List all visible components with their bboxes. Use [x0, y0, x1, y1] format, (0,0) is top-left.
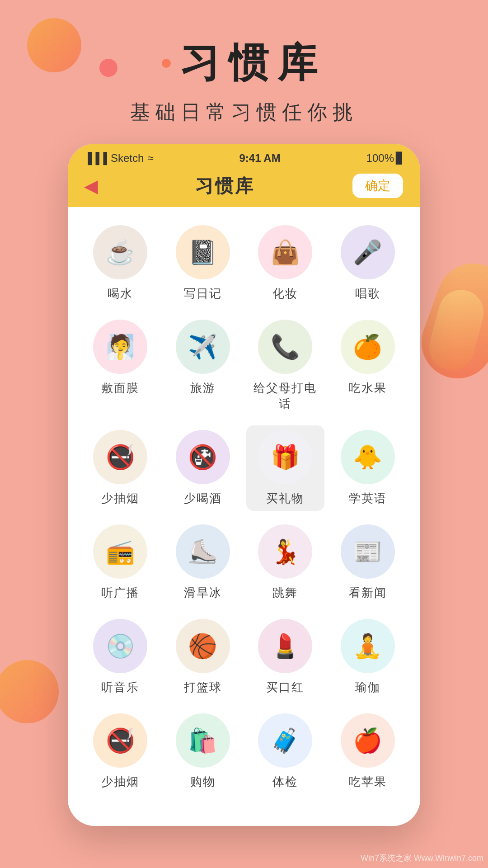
habit-icon-shopping: 🛍️	[176, 713, 230, 768]
habit-label-yoga: 瑜伽	[355, 679, 380, 695]
nav-title: 习惯库	[195, 174, 255, 198]
habit-label-shopping: 购物	[190, 774, 216, 790]
habit-label-learn-english: 学英语	[349, 491, 387, 506]
habit-label-no-smoke2: 少抽烟	[101, 774, 139, 790]
habit-icon-radio: 📻	[93, 524, 147, 579]
habit-icon-skate: ⛸️	[176, 524, 230, 579]
habit-label-diary: 写日记	[184, 286, 222, 302]
habit-label-sing: 唱歌	[355, 286, 380, 302]
habit-icon-learn-english: 🐥	[341, 430, 395, 484]
habit-item-diary[interactable]: 📓写日记	[164, 221, 242, 306]
habit-item-apple[interactable]: 🍎吃苹果	[329, 709, 407, 794]
habit-item-radio[interactable]: 📻听广播	[81, 520, 160, 605]
habit-item-buy-gift[interactable]: 🎁买礼物	[246, 425, 324, 511]
habit-icon-no-drink: 🚱	[176, 430, 230, 484]
habit-icon-apple: 🍎	[341, 713, 395, 768]
habit-item-travel[interactable]: ✈️旅游	[164, 315, 242, 416]
app-title-text: 习惯库	[180, 36, 326, 90]
habit-label-drink-water: 喝水	[108, 286, 133, 302]
habit-item-no-smoke2[interactable]: 🚭少抽烟	[81, 709, 160, 794]
watermark: Win7系统之家 Www.Winwin7.com	[361, 853, 483, 863]
habit-icon-travel: ✈️	[176, 320, 230, 374]
habit-label-lipstick: 买口红	[266, 679, 304, 695]
habits-grid-container: ☕喝水📓写日记👜化妆🎤唱歌🧖敷面膜✈️旅游📞给父母打电话🍊吃水果🚭少抽烟🚱少喝酒…	[68, 207, 420, 808]
app-subtitle: 基础日常习惯任你挑	[0, 99, 488, 126]
habits-grid: ☕喝水📓写日记👜化妆🎤唱歌🧖敷面膜✈️旅游📞给父母打电话🍊吃水果🚭少抽烟🚱少喝酒…	[81, 221, 407, 794]
habit-item-no-drink[interactable]: 🚱少喝酒	[164, 425, 242, 511]
header-section: 习惯库 基础日常习惯任你挑	[0, 0, 488, 144]
habit-item-skate[interactable]: ⛸️滑旱冰	[164, 520, 242, 605]
wifi-icon: ≈	[147, 152, 153, 165]
habit-item-sing[interactable]: 🎤唱歌	[329, 221, 407, 306]
habit-item-learn-english[interactable]: 🐥学英语	[329, 425, 407, 511]
habit-item-basketball[interactable]: 🏀打篮球	[164, 614, 242, 700]
habit-icon-drink-water: ☕	[93, 225, 147, 279]
habit-item-face-mask[interactable]: 🧖敷面膜	[81, 315, 160, 416]
habit-label-face-mask: 敷面膜	[101, 380, 139, 396]
habit-item-lipstick[interactable]: 💄买口红	[246, 614, 324, 700]
habit-label-no-smoke: 少抽烟	[101, 491, 139, 506]
habit-icon-face-mask: 🧖	[93, 320, 147, 374]
habit-label-travel: 旅游	[190, 380, 216, 396]
battery-icon: ▊	[396, 152, 404, 165]
habit-label-buy-gift: 买礼物	[266, 491, 304, 506]
title-dot	[162, 59, 171, 68]
habit-icon-lipstick: 💄	[258, 619, 312, 673]
habit-item-call-parents[interactable]: 📞给父母打电话	[246, 315, 324, 416]
habit-item-health[interactable]: 🧳体检	[246, 709, 324, 794]
status-bar: ▐▐▐ Sketch ≈ 9:41 AM 100% ▊	[68, 144, 420, 168]
habit-item-music[interactable]: 💿听音乐	[81, 614, 160, 700]
habit-icon-music: 💿	[93, 619, 147, 673]
habit-label-apple: 吃苹果	[349, 774, 387, 790]
habit-item-shopping[interactable]: 🛍️购物	[164, 709, 242, 794]
habit-icon-diary: 📓	[176, 225, 230, 279]
habit-icon-basketball: 🏀	[176, 619, 230, 673]
phone-mockup: ▐▐▐ Sketch ≈ 9:41 AM 100% ▊ ◀ 习惯库 确定 ☕喝水…	[68, 144, 420, 826]
nav-bar: ◀ 习惯库 确定	[68, 168, 420, 207]
habit-label-music: 听音乐	[101, 679, 139, 695]
habit-icon-makeup: 👜	[258, 225, 312, 279]
signal-icon: ▐▐▐	[84, 152, 107, 165]
habit-label-news: 看新闻	[349, 585, 387, 601]
habit-label-basketball: 打篮球	[184, 679, 222, 695]
habit-item-yoga[interactable]: 🧘瑜伽	[329, 614, 407, 700]
habit-label-dance: 跳舞	[272, 585, 298, 601]
habit-icon-health: 🧳	[258, 713, 312, 768]
habit-label-skate: 滑旱冰	[184, 585, 222, 601]
habit-icon-sing: 🎤	[341, 225, 395, 279]
app-title: 习惯库	[0, 36, 488, 90]
habit-item-news[interactable]: 📰看新闻	[329, 520, 407, 605]
habit-icon-buy-gift: 🎁	[258, 430, 312, 484]
habit-icon-no-smoke2: 🚭	[93, 713, 147, 768]
habit-item-no-smoke[interactable]: 🚭少抽烟	[81, 425, 160, 511]
habit-icon-news: 📰	[341, 524, 395, 579]
battery-percent: 100%	[366, 152, 394, 165]
habit-icon-yoga: 🧘	[341, 619, 395, 673]
habit-item-drink-water[interactable]: ☕喝水	[81, 221, 160, 306]
status-time: 9:41 AM	[239, 152, 281, 165]
habit-label-makeup: 化妆	[272, 286, 298, 302]
carrier-name: Sketch	[111, 152, 144, 165]
habit-item-eat-fruit[interactable]: 🍊吃水果	[329, 315, 407, 416]
habit-icon-no-smoke: 🚭	[93, 430, 147, 484]
habit-item-dance[interactable]: 💃跳舞	[246, 520, 324, 605]
habit-icon-call-parents: 📞	[258, 320, 312, 374]
habit-item-makeup[interactable]: 👜化妆	[246, 221, 324, 306]
confirm-button[interactable]: 确定	[352, 173, 404, 199]
habit-label-no-drink: 少喝酒	[184, 491, 222, 506]
habit-label-call-parents: 给父母打电话	[248, 380, 323, 412]
habit-icon-eat-fruit: 🍊	[341, 320, 395, 374]
status-bar-left: ▐▐▐ Sketch ≈	[84, 152, 154, 165]
habit-label-eat-fruit: 吃水果	[349, 380, 387, 396]
habit-icon-dance: 💃	[258, 524, 312, 579]
habit-label-radio: 听广播	[101, 585, 139, 601]
back-button[interactable]: ◀	[84, 175, 98, 196]
status-bar-right: 100% ▊	[366, 152, 404, 165]
habit-label-health: 体检	[272, 774, 298, 790]
bg-blob-bottom-left	[0, 660, 59, 723]
